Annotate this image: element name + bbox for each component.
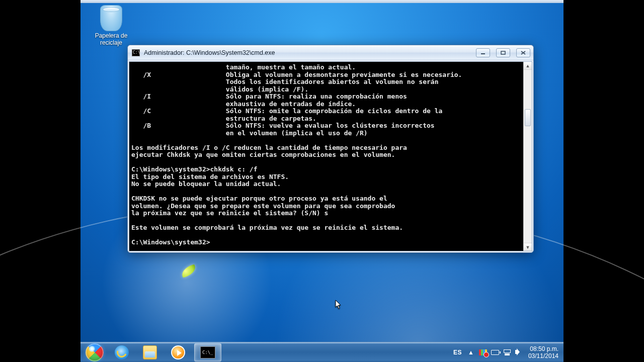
window-client-area: tamaño, muestra el tamaño actual. /X Obl… bbox=[129, 61, 532, 251]
system-tray: ▲ bbox=[467, 348, 523, 356]
tray-show-hidden-button[interactable]: ▲ bbox=[467, 348, 475, 356]
internet-explorer-icon bbox=[115, 345, 129, 359]
taskbar-clock[interactable]: 08:50 p.m. 03/11/2014 bbox=[528, 345, 558, 359]
cmd-window[interactable]: Administrador: C:\Windows\System32\cmd.e… bbox=[127, 45, 534, 253]
taskbar-task-cmd[interactable] bbox=[194, 343, 221, 361]
scroll-down-button[interactable]: ▼ bbox=[524, 243, 532, 251]
cmd-app-icon bbox=[132, 49, 140, 56]
terminal-output[interactable]: tamaño, muestra el tamaño actual. /X Obl… bbox=[129, 62, 523, 251]
close-button[interactable] bbox=[516, 48, 530, 57]
scroll-up-button[interactable]: ▲ bbox=[524, 62, 532, 70]
file-explorer-icon bbox=[143, 345, 157, 359]
svg-rect-1 bbox=[501, 51, 505, 54]
tray-action-center-icon[interactable] bbox=[479, 348, 487, 356]
titlebar[interactable]: Administrador: C:\Windows\System32\cmd.e… bbox=[128, 45, 533, 60]
maximize-button[interactable] bbox=[496, 48, 510, 57]
taskbar[interactable]: ES ▲ 08:50 p.m. 03/11/2014 bbox=[80, 342, 564, 362]
desktop[interactable]: Papelera de reciclaje Administrador: C:\… bbox=[80, 0, 564, 362]
recycle-bin-icon bbox=[100, 5, 122, 31]
window-title: Administrador: C:\Windows\System32\cmd.e… bbox=[144, 49, 275, 56]
recycle-bin-label: Papelera de reciclaje bbox=[90, 32, 133, 46]
tray-battery-icon[interactable] bbox=[491, 348, 499, 356]
recycle-bin-desktop-icon[interactable]: Papelera de reciclaje bbox=[90, 5, 133, 46]
taskbar-pin-wmp[interactable] bbox=[166, 343, 190, 361]
windows-logo-icon bbox=[86, 343, 104, 361]
clock-date: 03/11/2014 bbox=[528, 352, 558, 359]
vertical-scrollbar[interactable]: ▲ ▼ bbox=[523, 62, 532, 251]
close-icon bbox=[521, 51, 526, 55]
minimize-button[interactable] bbox=[476, 48, 490, 57]
svg-rect-0 bbox=[481, 53, 485, 54]
clock-time: 08:50 p.m. bbox=[528, 345, 558, 352]
flag-icon bbox=[479, 349, 487, 355]
language-indicator[interactable]: ES bbox=[453, 349, 462, 356]
scroll-thumb[interactable] bbox=[525, 109, 531, 126]
battery-icon bbox=[491, 350, 499, 355]
maximize-icon bbox=[501, 51, 506, 55]
cmd-icon bbox=[200, 346, 215, 358]
tray-volume-icon[interactable] bbox=[515, 348, 523, 356]
scroll-track[interactable] bbox=[524, 70, 532, 243]
taskbar-pin-explorer[interactable] bbox=[138, 343, 162, 361]
tray-network-icon[interactable] bbox=[503, 348, 511, 356]
screen: Papelera de reciclaje Administrador: C:\… bbox=[80, 0, 564, 362]
network-icon bbox=[503, 349, 511, 356]
volume-icon bbox=[516, 349, 523, 356]
start-button[interactable] bbox=[82, 342, 108, 363]
minimize-icon bbox=[480, 51, 486, 55]
media-player-icon bbox=[171, 345, 185, 359]
taskbar-pin-ie[interactable] bbox=[110, 343, 134, 361]
mouse-cursor bbox=[335, 300, 342, 310]
